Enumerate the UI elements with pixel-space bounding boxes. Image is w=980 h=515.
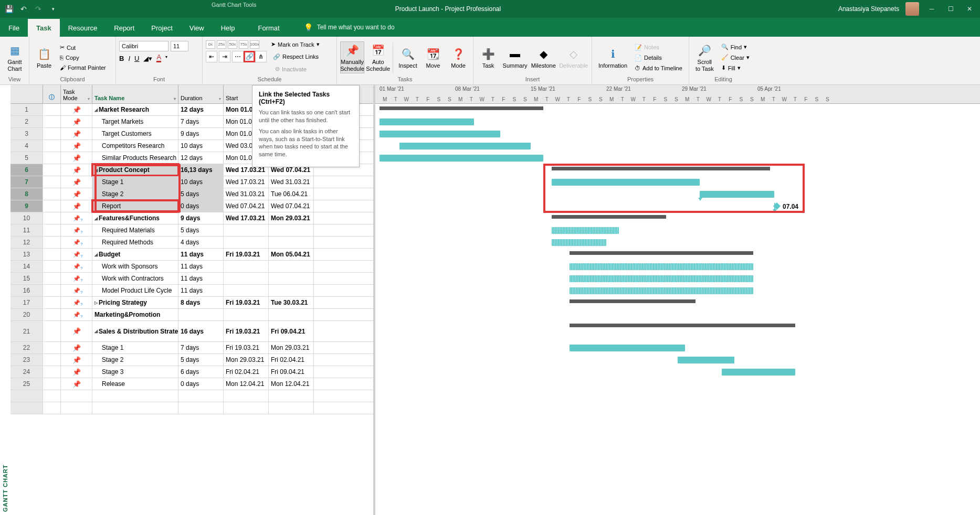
tab-report[interactable]: Report: [106, 19, 143, 37]
gantt-summary-bar[interactable]: [570, 299, 696, 305]
split-button[interactable]: ⋯: [232, 51, 244, 62]
auto-schedule-button[interactable]: 📅Auto Schedule: [366, 42, 389, 72]
unlink-tasks-button[interactable]: ⋔: [255, 51, 267, 62]
outline-toggle-icon[interactable]: ◢: [94, 108, 98, 112]
outline-toggle-icon[interactable]: ◢: [94, 216, 98, 221]
gantt-chart[interactable]: 01 Mar '21MTWTFSS08 Mar '21MTWTFSS15 Mar…: [375, 85, 980, 515]
paste-button[interactable]: 📋Paste: [33, 46, 56, 70]
zoom-100-button[interactable]: 100x: [250, 40, 259, 49]
task-row[interactable]: 7📌Stage 110 daysWed 17.03.21Wed 31.03.21: [10, 176, 373, 188]
task-row[interactable]: 11📌Required Materials5 days: [10, 224, 373, 237]
task-row[interactable]: 8📌Stage 25 daysWed 31.03.21Tue 06.04.21: [10, 188, 373, 200]
tab-format[interactable]: Format: [249, 19, 288, 37]
mark-on-track-button[interactable]: ➤ Mark on Track ▾: [269, 40, 322, 49]
task-row[interactable]: 21📌◢Sales & Distribution Strategy16 days…: [10, 321, 373, 342]
gantt-task-bar[interactable]: [380, 155, 543, 162]
col-task-name[interactable]: Task Name▾: [92, 85, 178, 103]
gantt-summary-bar[interactable]: [570, 251, 753, 256]
save-icon[interactable]: 💾: [4, 4, 14, 14]
manually-schedule-button[interactable]: 📌Manually Schedule: [340, 41, 364, 73]
gantt-task-bar[interactable]: [678, 357, 734, 363]
outline-toggle-icon[interactable]: ▷: [94, 301, 98, 305]
gantt-task-bar[interactable]: [570, 287, 753, 294]
select-all-cell[interactable]: [10, 85, 43, 103]
information-button[interactable]: ℹInformation: [595, 46, 630, 70]
insert-summary-button[interactable]: ▬Summary: [502, 46, 528, 70]
insert-task-button[interactable]: ➕Task: [477, 46, 500, 70]
font-family-select[interactable]: Calibri: [119, 41, 168, 51]
task-row[interactable]: 17📌▷Pricing Strategy8 daysFri 19.03.21Tu…: [10, 297, 373, 309]
gantt-chart-button[interactable]: ▦Gantt Chart: [3, 42, 26, 72]
gantt-summary-bar[interactable]: [552, 215, 666, 220]
insert-milestone-button[interactable]: ◆Milestone: [530, 46, 556, 70]
task-row[interactable]: 15📌Work with Contractors11 days: [10, 273, 373, 285]
gantt-summary-bar[interactable]: [552, 167, 770, 172]
zoom-75-button[interactable]: 75x: [239, 40, 248, 49]
task-row[interactable]: 10📌◢Features&Functions9 daysWed 17.03.21…: [10, 212, 373, 224]
task-row[interactable]: 20📌Marketing&Promotion: [10, 309, 373, 321]
gantt-task-bar[interactable]: [380, 119, 474, 125]
fill-button[interactable]: ⬇ Fill ▾: [719, 63, 752, 72]
scroll-to-task-button[interactable]: 🔎Scroll to Task: [692, 42, 717, 72]
outline-toggle-icon[interactable]: ◢: [94, 168, 98, 173]
tab-task[interactable]: Task: [28, 19, 60, 37]
inactivate-button[interactable]: ⊝ Inactivate: [273, 65, 309, 73]
inspect-button[interactable]: 🔍Inspect: [396, 46, 419, 70]
font-size-select[interactable]: 11: [171, 41, 188, 51]
cut-button[interactable]: ✂ Cut: [58, 43, 108, 52]
details-button[interactable]: 📄 Details: [633, 53, 684, 62]
col-task-mode[interactable]: Task Mode▾: [61, 85, 92, 103]
tab-view[interactable]: View: [181, 19, 213, 37]
task-row[interactable]: 9📌Report0 daysWed 07.04.21Wed 07.04.21: [10, 200, 373, 212]
tab-project[interactable]: Project: [143, 19, 181, 37]
add-to-timeline-button[interactable]: ⏱ Add to Timeline: [633, 64, 684, 72]
user-name[interactable]: Anastasiya Stepanets: [838, 5, 899, 13]
bold-button[interactable]: B: [119, 55, 124, 62]
tab-file[interactable]: File: [0, 19, 28, 37]
underline-button[interactable]: U: [134, 55, 139, 62]
zoom-25-button[interactable]: 25x: [217, 40, 226, 49]
outline-toggle-icon[interactable]: ◢: [94, 329, 98, 334]
task-row[interactable]: 14📌Work with Sponsors11 days: [10, 261, 373, 273]
link-tasks-button[interactable]: 🔗: [244, 51, 255, 62]
gantt-task-bar[interactable]: [570, 345, 685, 351]
gantt-summary-bar[interactable]: [380, 106, 543, 112]
task-row[interactable]: 25📌Release0 daysMon 12.04.21Mon 12.04.21: [10, 378, 373, 390]
italic-button[interactable]: I: [128, 55, 130, 62]
task-row[interactable]: 22📌Stage 17 daysFri 19.03.21Mon 29.03.21: [10, 342, 373, 354]
gantt-task-bar[interactable]: [700, 191, 774, 198]
outdent-button[interactable]: ⇤: [206, 51, 217, 62]
task-row[interactable]: 24📌Stage 36 daysFri 02.04.21Fri 09.04.21: [10, 366, 373, 378]
tab-resource[interactable]: Resource: [60, 19, 106, 37]
outline-toggle-icon[interactable]: ◢: [94, 252, 98, 257]
gantt-task-bar[interactable]: [552, 179, 700, 186]
copy-button[interactable]: ⎘ Copy: [58, 53, 108, 62]
gantt-task-bar[interactable]: [570, 263, 753, 270]
task-row[interactable]: 12📌Required Methods4 days: [10, 237, 373, 249]
zoom-50-button[interactable]: 50x: [228, 40, 237, 49]
find-button[interactable]: 🔍 Find ▾: [719, 42, 752, 51]
indent-button[interactable]: ⇥: [219, 51, 230, 62]
gantt-task-bar[interactable]: [552, 227, 619, 234]
clear-button[interactable]: 🧹 Clear ▾: [719, 53, 752, 62]
gantt-task-bar[interactable]: [380, 131, 500, 137]
close-icon[interactable]: ✕: [963, 3, 976, 15]
fill-color-button[interactable]: ◢▾: [143, 55, 152, 62]
mode-button[interactable]: ❓Mode: [447, 46, 470, 70]
qat-more-icon[interactable]: ▾: [48, 4, 58, 14]
respect-links-button[interactable]: 🔗 Respect Links: [271, 52, 321, 61]
zoom-0-button[interactable]: 0x: [206, 40, 215, 49]
gantt-task-bar[interactable]: [570, 275, 753, 282]
gantt-summary-bar[interactable]: [570, 324, 795, 329]
gantt-task-bar[interactable]: [552, 239, 606, 246]
undo-icon[interactable]: ↶: [19, 4, 28, 14]
task-row[interactable]: 13📌◢Budget11 daysFri 19.03.21Mon 05.04.2…: [10, 249, 373, 261]
font-color-button[interactable]: A: [156, 55, 161, 62]
maximize-icon[interactable]: ☐: [944, 3, 957, 15]
user-avatar[interactable]: [905, 2, 919, 16]
tellme-input[interactable]: Tell me what you want to do: [317, 24, 395, 31]
task-row[interactable]: 23📌Stage 25 daysMon 29.03.21Fri 02.04.21: [10, 354, 373, 366]
minimize-icon[interactable]: ─: [925, 3, 938, 15]
gantt-task-bar[interactable]: [399, 143, 531, 149]
format-painter-button[interactable]: 🖌 Format Painter: [58, 63, 108, 72]
